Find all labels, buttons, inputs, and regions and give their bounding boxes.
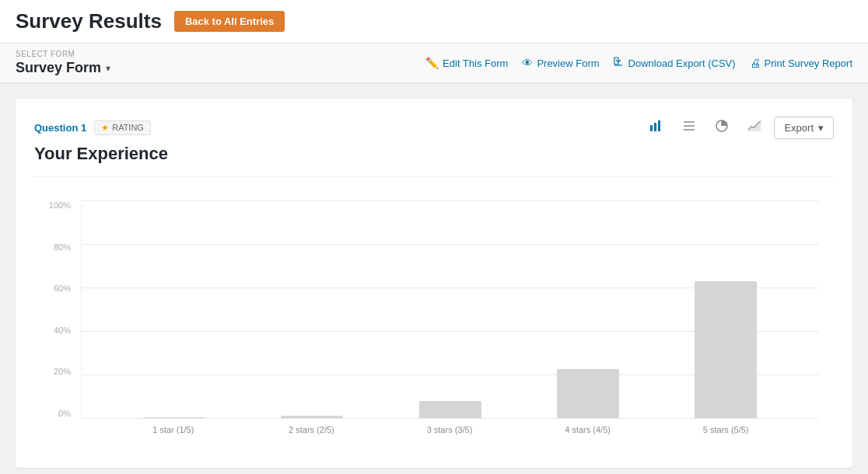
svg-rect-3 (654, 123, 656, 131)
question-meta: Question 1 ★ RATING (34, 120, 151, 135)
bar-5star (695, 281, 757, 418)
x-labels: 1 star (1/5) 2 stars (2/5) 3 stars (3/5)… (81, 418, 818, 441)
x-label-3star: 3 stars (3/5) (380, 425, 519, 434)
type-badge-label: RATING (112, 123, 144, 132)
top-header: Survey Results Back to All Entries (0, 0, 868, 44)
preview-form-button[interactable]: 👁 Preview Form (522, 57, 599, 69)
bars-container (82, 200, 818, 418)
bar-group-3star (381, 401, 519, 418)
x-label-5star: 5 stars (5/5) (656, 425, 795, 434)
eye-icon: 👁 (522, 57, 533, 69)
main-content: Question 1 ★ RATING (0, 83, 868, 474)
print-icon: 🖨 (750, 57, 761, 69)
rating-badge: ★ RATING (94, 120, 151, 135)
toolbar: SELECT FORM Survey Form ▾ ✏️ Edit This F… (0, 44, 868, 83)
bar-4star (557, 369, 619, 418)
select-form-label: SELECT FORM (16, 50, 110, 58)
y-label-40: 40% (54, 326, 77, 335)
y-label-0: 0% (58, 409, 77, 418)
toolbar-actions: ✏️ Edit This Form 👁 Preview Form Downloa… (425, 57, 852, 70)
pie-chart-icon (715, 119, 729, 133)
y-label-60: 60% (54, 284, 77, 293)
export-dropdown-button[interactable]: Export ▾ (774, 117, 834, 139)
question-header: Question 1 ★ RATING (34, 114, 834, 141)
edit-form-button[interactable]: ✏️ Edit This Form (425, 57, 508, 69)
bar-3star (419, 401, 481, 418)
y-label-20: 20% (54, 367, 77, 376)
pencil-icon: ✏️ (425, 57, 439, 69)
form-select-name: Survey Form (16, 60, 101, 76)
star-icon: ★ (101, 123, 109, 133)
chart-grid (81, 200, 818, 418)
download-icon (614, 57, 625, 70)
question-number: Question 1 (34, 122, 86, 134)
svg-rect-4 (658, 120, 660, 131)
question-title: Your Experience (34, 144, 834, 164)
y-label-80: 80% (54, 242, 77, 252)
back-to-all-entries-button[interactable]: Back to All Entries (174, 11, 285, 32)
export-chevron-icon: ▾ (818, 122, 824, 134)
area-chart-icon (747, 119, 761, 133)
print-survey-button[interactable]: 🖨 Print Survey Report (750, 57, 852, 69)
question-card: Question 1 ★ RATING (16, 99, 852, 468)
bar-group-5star (657, 281, 795, 418)
download-export-label: Download Export (CSV) (628, 58, 736, 69)
chart-controls: Export ▾ (643, 114, 834, 141)
bar-chart-icon (649, 119, 663, 133)
form-dropdown-chevron[interactable]: ▾ (106, 63, 110, 74)
list-icon (682, 119, 696, 133)
page-title: Survey Results (16, 9, 162, 33)
export-button-label: Export (784, 122, 814, 134)
form-selector: SELECT FORM Survey Form ▾ (16, 50, 110, 76)
divider (34, 176, 834, 177)
svg-marker-10 (748, 121, 761, 131)
pie-chart-button[interactable] (709, 114, 735, 141)
x-label-1star: 1 star (1/5) (104, 425, 243, 434)
chart-wrapper: 100% 80% 60% 40% 20% 0% (81, 200, 818, 441)
x-label-2star: 2 stars (2/5) (243, 425, 381, 434)
chart-container: 100% 80% 60% 40% 20% 0% (34, 193, 834, 449)
bar-group-4star (519, 369, 656, 418)
form-select-wrapper: Survey Form ▾ (16, 60, 110, 76)
x-label-4star: 4 stars (4/5) (519, 425, 657, 434)
list-view-button[interactable] (676, 114, 702, 141)
download-export-button[interactable]: Download Export (CSV) (614, 57, 736, 70)
svg-rect-2 (650, 125, 653, 131)
edit-form-label: Edit This Form (443, 58, 508, 69)
area-chart-button[interactable] (741, 114, 768, 141)
preview-form-label: Preview Form (537, 58, 599, 69)
y-label-100: 100% (49, 200, 77, 210)
bar-chart-button[interactable] (643, 114, 670, 141)
y-axis: 100% 80% 60% 40% 20% 0% (42, 200, 77, 418)
print-survey-label: Print Survey Report (765, 58, 852, 69)
